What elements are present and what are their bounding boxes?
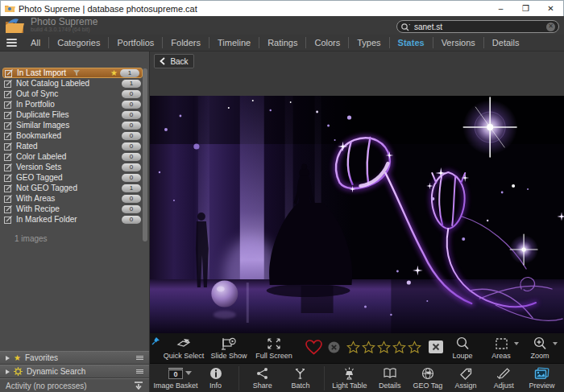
label-checkbox-icon[interactable]: [4, 132, 12, 140]
tab-categories[interactable]: Categories: [48, 37, 108, 48]
pin-toolbar-icon[interactable]: [151, 334, 160, 349]
full-screen-button[interactable]: Full Screen: [251, 336, 297, 360]
tab-details[interactable]: Details: [483, 37, 528, 48]
zoom-dropdown-caret[interactable]: [553, 342, 558, 345]
label-checkbox-icon[interactable]: [4, 163, 12, 171]
label-checkbox-icon[interactable]: [4, 216, 12, 224]
count-badge: 0: [122, 163, 141, 171]
label-checkbox-icon[interactable]: [4, 111, 12, 119]
label-checkbox-icon[interactable]: [4, 80, 12, 88]
label-checkbox-icon[interactable]: [4, 122, 12, 130]
label-checkbox-icon[interactable]: [5, 69, 13, 77]
search-clear-icon[interactable]: ✕: [546, 23, 555, 31]
label-checkbox-icon[interactable]: [4, 153, 12, 161]
clear-rating-icon[interactable]: [328, 341, 340, 353]
search-box[interactable]: ✕: [396, 20, 559, 33]
favorite-heart-icon[interactable]: [305, 339, 323, 355]
zoom-button[interactable]: Zoom: [520, 336, 559, 360]
image-basket-caret[interactable]: [185, 371, 192, 375]
count-badge: 0: [122, 90, 141, 98]
label-checkbox-icon[interactable]: [4, 174, 12, 182]
label-checkbox-icon[interactable]: [4, 205, 12, 213]
count-badge: 0: [122, 174, 141, 182]
batch-button[interactable]: Batch: [281, 366, 319, 390]
image-basket-button[interactable]: 0 Image Basket: [155, 366, 197, 390]
assign-tag-icon: [459, 366, 473, 380]
adjust-pen-icon: [497, 366, 511, 380]
state-item-color-labeled[interactable]: Color Labeled 0: [0, 151, 149, 162]
dynamic-search-section-header[interactable]: Dynamic Search: [0, 365, 149, 378]
search-input[interactable]: [411, 23, 546, 31]
info-button[interactable]: Info: [197, 366, 234, 390]
adjust-button[interactable]: Adjust: [485, 366, 523, 390]
expand-arrow-icon[interactable]: [6, 369, 10, 374]
sidebar-scrollbar[interactable]: [143, 68, 147, 241]
state-item-with-areas[interactable]: With Areas 0: [0, 193, 149, 204]
tab-versions[interactable]: Versions: [433, 37, 483, 48]
state-item-not-catalog-labeled[interactable]: Not Catalog Labeled 1: [0, 78, 149, 89]
state-item-similar-images[interactable]: Similar Images 0: [0, 120, 149, 130]
options-button[interactable]: Options: [559, 336, 564, 360]
back-button[interactable]: Back: [154, 54, 194, 68]
label-checkbox-icon[interactable]: [4, 195, 12, 203]
tab-ratings[interactable]: Ratings: [259, 37, 305, 48]
preview-button[interactable]: Preview: [523, 366, 561, 390]
loupe-button[interactable]: Loupe: [443, 336, 482, 360]
dock-panel-icon[interactable]: [134, 382, 143, 390]
tab-colors[interactable]: Colors: [305, 37, 348, 48]
app-header: Photo Supreme build 4.3.0.1749 (64 bit) …: [0, 16, 564, 35]
star-2-icon[interactable]: [362, 340, 375, 353]
geo-tag-button[interactable]: GEO Tag: [408, 366, 446, 390]
state-item-in-portfolio[interactable]: In Portfolio 0: [0, 99, 149, 109]
rating-stars[interactable]: [346, 340, 421, 353]
state-item-in-last-import[interactable]: In Last Import ★ 1: [2, 68, 143, 78]
tab-states[interactable]: States: [389, 37, 433, 48]
state-item-duplicate-files[interactable]: Duplicate Files 0: [0, 109, 149, 120]
tab-all[interactable]: All: [23, 37, 48, 48]
state-item-version-sets[interactable]: Version Sets 0: [0, 162, 149, 172]
areas-dropdown-caret[interactable]: [514, 342, 519, 345]
filter-funnel-icon[interactable]: [73, 69, 81, 76]
details-button[interactable]: Details: [371, 366, 408, 390]
image-preview[interactable]: [150, 96, 564, 333]
tab-types[interactable]: Types: [348, 37, 388, 48]
areas-button[interactable]: Areas: [482, 336, 520, 360]
maximize-button[interactable]: ❐: [513, 1, 538, 16]
section-menu-icon[interactable]: [136, 356, 143, 360]
tab-portfolios[interactable]: Portfolios: [108, 37, 162, 48]
label-checkbox-icon[interactable]: [4, 90, 12, 98]
slide-show-button[interactable]: Slide Show: [206, 336, 251, 360]
expand-arrow-icon[interactable]: [6, 356, 10, 361]
section-menu-icon[interactable]: [136, 369, 143, 373]
state-item-in-marked-folder[interactable]: In Marked Folder 0: [0, 214, 149, 225]
star-1-icon[interactable]: [346, 340, 360, 353]
quick-select-button[interactable]: Quick Select: [161, 336, 206, 360]
main-menu-icon[interactable]: [6, 39, 17, 47]
star-3-icon[interactable]: [377, 340, 391, 353]
label-checkbox-icon[interactable]: [4, 184, 12, 192]
label-checkbox-icon[interactable]: [4, 101, 12, 109]
state-item-with-recipe[interactable]: With Recipe 0: [0, 204, 149, 214]
share-button[interactable]: Share: [243, 366, 281, 390]
close-button[interactable]: ✕: [538, 1, 563, 16]
state-item-geo-tagged[interactable]: GEO Tagged 0: [0, 172, 149, 183]
geo-tag-globe-icon: [421, 366, 434, 380]
reject-image-button[interactable]: [429, 340, 443, 353]
state-item-out-of-sync[interactable]: Out of Sync 0: [0, 89, 149, 99]
state-item-bookmarked[interactable]: Bookmarked 0: [0, 130, 149, 141]
state-item-not-geo-tagged[interactable]: Not GEO Tagged 1: [0, 183, 149, 193]
favorites-section-header[interactable]: ★ Favorites: [0, 351, 149, 365]
state-item-rated[interactable]: Rated 0: [0, 141, 149, 151]
tab-folders[interactable]: Folders: [162, 37, 209, 48]
count-badge: 0: [122, 111, 141, 119]
details-book-icon: [383, 366, 397, 380]
star-5-icon[interactable]: [408, 340, 421, 353]
label-checkbox-icon[interactable]: [4, 142, 12, 151]
app-build: build 4.3.0.1749 (64 bit): [31, 27, 97, 32]
light-table-button[interactable]: Light Table: [329, 366, 371, 390]
tab-timeline[interactable]: Timeline: [209, 37, 259, 48]
app-name: Photo Supreme: [31, 18, 97, 27]
assign-button[interactable]: Assign: [446, 366, 484, 390]
minimize-button[interactable]: –: [488, 1, 513, 16]
star-4-icon[interactable]: [392, 340, 406, 353]
